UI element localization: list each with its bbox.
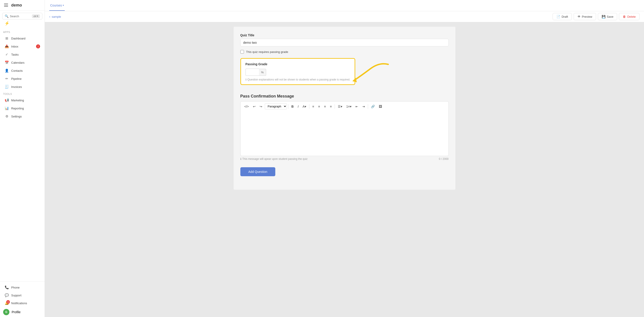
passing-grade-checkbox-row: This quiz requires passing grade [240, 50, 449, 54]
sidebar-item-support[interactable]: 💬 Support [1, 291, 43, 299]
draft-icon: 📄 [556, 15, 560, 18]
percent-label: % [259, 69, 266, 76]
profile-label: Profile [12, 310, 20, 314]
apps-section-label: Apps [0, 29, 44, 34]
sidebar-item-inbox[interactable]: 📥 Inbox 2 [1, 43, 43, 50]
sidebar-item-label: Settings [11, 115, 22, 118]
notifications-icon: 🔔 34 [4, 301, 9, 305]
sidebar-item-label: Marketing [11, 99, 24, 102]
rte-paragraph-select[interactable]: Paragraph [265, 103, 287, 109]
rte-link-button[interactable]: 🔗 [370, 104, 376, 109]
passing-grade-box: Passing Grade % ℹ Question explanations … [240, 58, 356, 85]
hamburger-icon[interactable] [3, 3, 9, 8]
hint-icon: ℹ [246, 78, 246, 81]
rte-redo-button[interactable]: ↪ [258, 104, 264, 109]
rte-code-button[interactable]: </> [243, 104, 250, 109]
rte-bold-button[interactable]: B [290, 104, 295, 109]
delete-label: Delete [627, 15, 636, 18]
profile-item[interactable]: G Profile [0, 307, 44, 317]
breadcrumb[interactable]: ‹ sample [49, 15, 61, 18]
rte-justify-button[interactable]: ≡ [328, 104, 333, 109]
phone-icon: 📞 [4, 285, 9, 289]
settings-icon: ⚙ [4, 114, 9, 118]
rte-italic-button[interactable]: I [296, 104, 300, 109]
back-arrow-icon: ‹ [49, 15, 50, 18]
rte-align-right-button[interactable]: ≡ [322, 104, 327, 109]
main-area: Courses ▾ ‹ sample 📄 Draft 👁 Preview 💾 S… [45, 0, 644, 317]
logo: demo [11, 3, 22, 8]
avatar: G [3, 309, 10, 315]
rte-separator-2 [309, 104, 309, 109]
breadcrumb-bar: ‹ sample 📄 Draft 👁 Preview 💾 Save 🗑 Dele… [45, 11, 644, 22]
sidebar-item-tasks[interactable]: ✓ Tasks [1, 51, 43, 58]
content-card: Quiz Title This quiz requires passing gr… [234, 27, 456, 190]
rte-separator-4 [368, 104, 368, 109]
delete-button[interactable]: 🗑 Delete [619, 13, 640, 20]
passing-grade-checkbox[interactable] [240, 50, 244, 54]
tools-section-label: Tools [0, 91, 44, 96]
sidebar-item-calendars[interactable]: 📅 Calendars [1, 59, 43, 66]
sidebar-item-marketing[interactable]: 📢 Marketing [1, 96, 43, 104]
notifications-badge: 34 [6, 300, 10, 304]
rte-body[interactable] [240, 111, 449, 156]
action-buttons: 📄 Draft 👁 Preview 💾 Save 🗑 Delete [552, 13, 640, 20]
dashboard-icon: ⊞ [4, 36, 9, 40]
sidebar-item-label: Tasks [11, 53, 18, 56]
delete-icon: 🗑 [623, 15, 626, 18]
add-question-button[interactable]: Add Question [240, 167, 276, 176]
rte-undo-button[interactable]: ↩ [251, 104, 257, 109]
passing-grade-checkbox-label: This quiz requires passing grade [246, 50, 288, 54]
lightning-button[interactable]: ⚡ [4, 21, 10, 26]
search-label: Search [10, 15, 19, 18]
rte-font-color-button[interactable]: A▾ [301, 104, 308, 109]
grade-input[interactable] [246, 69, 259, 76]
passing-grade-hint: ℹ Question explanations will not be show… [246, 78, 350, 81]
sidebar-item-dashboard[interactable]: ⊞ Dashboard [1, 35, 43, 42]
courses-chevron: ▾ [63, 4, 64, 7]
courses-tab[interactable]: Courses ▾ [49, 1, 65, 11]
grade-input-row: % [246, 69, 350, 76]
rte-separator-3 [335, 104, 335, 109]
calendars-icon: 📅 [4, 61, 9, 65]
rte-align-center-button[interactable]: ≡ [316, 104, 322, 109]
search-shortcut: ctrl K [32, 15, 40, 18]
rte-image-button[interactable]: 🖼 [377, 104, 384, 109]
sidebar-item-pipeline[interactable]: ✏ Pipeline [1, 75, 43, 83]
sidebar-item-label: Notifications [11, 301, 27, 305]
pipeline-icon: ✏ [4, 77, 9, 81]
draft-button[interactable]: 📄 Draft [552, 13, 572, 20]
sidebar-item-label: Inbox [11, 45, 18, 48]
sidebar-item-label: Calendars [11, 61, 24, 64]
marketing-icon: 📢 [4, 98, 9, 102]
rte-ordered-list-button[interactable]: 1≡▾ [345, 104, 353, 109]
quiz-title-label: Quiz Title [240, 34, 449, 37]
sidebar-item-label: Phone [11, 286, 20, 289]
rte-hint-text: This message will apear upon student pas… [242, 157, 308, 161]
reporting-icon: 📊 [4, 106, 9, 110]
rte-bullet-list-button[interactable]: ☰▾ [336, 104, 344, 109]
rte-align-left-button[interactable]: ≡ [311, 104, 316, 109]
preview-button[interactable]: 👁 Preview [574, 13, 596, 20]
sidebar-item-label: Dashboard [11, 37, 26, 40]
sidebar-item-contacts[interactable]: 👤 Contacts [1, 67, 43, 74]
hint-icon-rte: ℹ [240, 157, 242, 161]
passing-grade-title: Passing Grade [246, 62, 350, 66]
sidebar-item-reporting[interactable]: 📊 Reporting [1, 105, 43, 112]
inbox-icon: 📥 [4, 44, 9, 49]
pass-confirmation-label: Pass Confirmation Message [240, 94, 449, 99]
search-bar[interactable]: 🔍 Search ctrl K [2, 13, 42, 20]
quiz-title-input[interactable] [240, 39, 449, 46]
rte-outdent-button[interactable]: ⇤ [354, 104, 360, 109]
save-button[interactable]: 💾 Save [598, 13, 617, 20]
sidebar: demo 🔍 Search ctrl K ⚡ Apps ⊞ Dashboard … [0, 0, 45, 317]
add-question-label: Add Question [248, 170, 268, 174]
sidebar-item-settings[interactable]: ⚙ Settings [1, 113, 43, 120]
contacts-icon: 👤 [4, 69, 9, 73]
support-icon: 💬 [4, 293, 9, 297]
sidebar-item-phone[interactable]: 📞 Phone [1, 283, 43, 291]
sidebar-item-label: Contacts [11, 69, 22, 72]
sidebar-item-notifications[interactable]: 🔔 34 Notifications [1, 299, 43, 307]
rte-indent-button[interactable]: ⇥ [361, 104, 366, 109]
sidebar-item-label: Invoices [11, 85, 22, 89]
sidebar-item-invoices[interactable]: 🧾 Invoices [1, 83, 43, 91]
